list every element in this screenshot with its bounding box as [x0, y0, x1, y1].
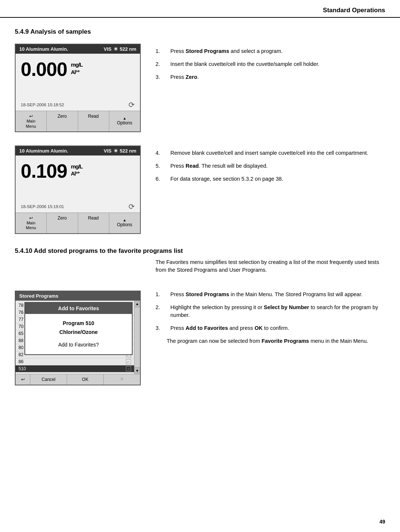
back-arrow-icon-2: ↩ — [29, 215, 33, 221]
step-4: Remove blank cuvette/cell and insert sam… — [156, 149, 385, 157]
sp-bottom-buttons: ↩ Cancel OK rt — [16, 374, 140, 385]
device-datetime-2: 18-SEP-2006 15:19:01 ⟳ — [16, 200, 140, 213]
timer-icon-2: ⟳ — [129, 202, 135, 211]
zero-btn-2[interactable]: Zero — [47, 213, 78, 233]
scroll-indicator-icon: ⌐ — [126, 359, 131, 364]
steps-list-510: Press Stored Programs in the Main Menu. … — [156, 291, 385, 332]
screen1-vis: VIS ✳ 522 nm — [104, 46, 136, 52]
screen2-vis: VIS ✳ 522 nm — [104, 148, 136, 154]
header-title: Standard Operations — [323, 7, 385, 14]
instructions-col-510: Press Stored Programs in the Main Menu. … — [156, 291, 385, 345]
instructions-col-1: Press Stored Programs and select a progr… — [156, 44, 385, 86]
instructions-col-2: Remove blank cuvette/cell and insert sam… — [156, 145, 385, 188]
sp-list-area: 78⌐76⌐77⌐70⌐65⌐88⌐80⌐82⌐86⌐510▼ ▲ ▼ Add … — [16, 301, 140, 374]
step-block-1: 10 Aluminum Alumin. VIS ✳ 522 nm 0.000 m… — [15, 44, 385, 132]
page-number: 49 — [379, 519, 385, 525]
scroll-down-btn[interactable]: ▼ — [134, 367, 140, 374]
step-5: Press Read. The result will be displayed… — [156, 162, 385, 170]
options-btn-1[interactable]: ▲ Options — [109, 111, 140, 131]
modal-program-name: Program 510 — [29, 319, 128, 328]
section-5410-layout: Stored Programs 78⌐76⌐77⌐70⌐65⌐88⌐80⌐82⌐… — [15, 291, 385, 385]
device-top-bar-2: 10 Aluminum Alumin. VIS ✳ 522 nm — [16, 146, 140, 155]
read-btn-2[interactable]: Read — [78, 213, 109, 233]
screen1-program: 10 Aluminum Alumin. — [19, 46, 68, 52]
main-content: 5.4.9 Analysis of samples 10 Aluminum Al… — [0, 18, 400, 400]
sp-top-bar: Stored Programs — [16, 291, 140, 301]
step-510-note: The program can now be selected from Fav… — [167, 337, 385, 345]
section-5410-title: 5.4.10 Add stored programs to the favori… — [15, 247, 385, 255]
options-btn-2[interactable]: ▲ Options — [109, 213, 140, 233]
device-unit-1: mg/L Al³⁺ — [71, 61, 83, 76]
sun-icon: ✳ — [114, 46, 118, 52]
main-menu-btn-2[interactable]: ↩ MainMenu — [16, 213, 47, 233]
sp-extra-btn: rt — [104, 374, 140, 385]
sp-cancel-btn[interactable]: Cancel — [30, 374, 67, 385]
step-510-1: Press Stored Programs in the Main Menu. … — [156, 291, 385, 298]
modal-question: Add to Favorites? — [29, 341, 128, 349]
sp-scrollbar: ▲ ▼ — [134, 301, 140, 374]
step-3: Press Zero. — [156, 73, 385, 81]
step-6: For data storage, see section 5.3.2 on p… — [156, 175, 385, 183]
page-header: Standard Operations — [0, 0, 400, 18]
sp-list-item[interactable]: 510▼ — [16, 365, 134, 372]
section-549-title: 5.4.9 Analysis of samples — [15, 28, 385, 36]
sp-back-btn[interactable]: ↩ — [16, 374, 30, 385]
modal-substance: Chlorine/Ozone — [29, 328, 128, 337]
device-buttons-1: ↩ MainMenu Zero Read ▲ Options — [16, 111, 140, 131]
device-buttons-2: ↩ MainMenu Zero Read ▲ Options — [16, 213, 140, 233]
section-5410-description: The Favorites menu simplifies test selec… — [156, 258, 385, 275]
screen-col-2: 10 Aluminum Alumin. VIS ✳ 522 nm 0.109 m… — [15, 145, 141, 234]
steps-list-1: Press Stored Programs and select a progr… — [156, 47, 385, 81]
device-unit-2: mg/L Al³⁺ — [71, 163, 83, 177]
screen-col-1: 10 Aluminum Alumin. VIS ✳ 522 nm 0.000 m… — [15, 44, 141, 132]
sp-ok-btn[interactable]: OK — [67, 374, 104, 385]
add-to-favorites-modal: Add to FavoritesProgram 510Chlorine/Ozon… — [24, 302, 133, 355]
screen2-program: 10 Aluminum Alumin. — [19, 148, 68, 154]
section-5410: 5.4.10 Add stored programs to the favori… — [15, 247, 385, 386]
read-btn-1[interactable]: Read — [78, 111, 109, 131]
scroll-up-btn[interactable]: ▲ — [134, 301, 140, 307]
device-reading-1: 0.000 mg/L Al³⁺ — [21, 58, 135, 80]
timer-icon-1: ⟳ — [129, 100, 135, 109]
device-reading-2: 0.109 mg/L Al³⁺ — [21, 160, 135, 182]
device-screen-1: 10 Aluminum Alumin. VIS ✳ 522 nm 0.000 m… — [15, 44, 141, 132]
modal-body: Program 510Chlorine/OzoneAdd to Favorite… — [25, 314, 132, 354]
step-block-2: 10 Aluminum Alumin. VIS ✳ 522 nm 0.109 m… — [15, 145, 385, 234]
back-arrow-icon-1: ↩ — [29, 114, 33, 119]
stored-programs-screen: Stored Programs 78⌐76⌐77⌐70⌐65⌐88⌐80⌐82⌐… — [15, 291, 141, 385]
zero-btn-1[interactable]: Zero — [47, 111, 78, 131]
main-menu-btn-1[interactable]: ↩ MainMenu — [16, 111, 47, 131]
step-510-3: Press Add to Favorites and press OK to c… — [156, 324, 385, 332]
device-datetime-1: 18-SEP-2006 15:18:52 ⟳ — [16, 98, 140, 111]
step-510-2: Highlight the selection by pressing it o… — [156, 304, 385, 319]
sp-list-item[interactable]: 86⌐ — [16, 358, 134, 365]
options-arrow-icon-1: ▲ — [123, 117, 126, 120]
device-main-1: 0.000 mg/L Al³⁺ — [16, 54, 140, 98]
options-arrow-icon-2: ▲ — [123, 218, 126, 222]
sun-icon-2: ✳ — [114, 148, 118, 154]
scroll-indicator-icon: ▼ — [126, 366, 131, 371]
step-2: Insert the blank cuvette/cell into the c… — [156, 60, 385, 68]
screen-col-510: Stored Programs 78⌐76⌐77⌐70⌐65⌐88⌐80⌐82⌐… — [15, 291, 141, 385]
steps-list-2: Remove blank cuvette/cell and insert sam… — [156, 149, 385, 183]
device-main-2: 0.109 mg/L Al³⁺ — [16, 155, 140, 200]
modal-title: Add to Favorites — [25, 303, 132, 314]
device-screen-2: 10 Aluminum Alumin. VIS ✳ 522 nm 0.109 m… — [15, 145, 141, 234]
step-1: Press Stored Programs and select a progr… — [156, 47, 385, 55]
device-top-bar-1: 10 Aluminum Alumin. VIS ✳ 522 nm — [16, 44, 140, 54]
